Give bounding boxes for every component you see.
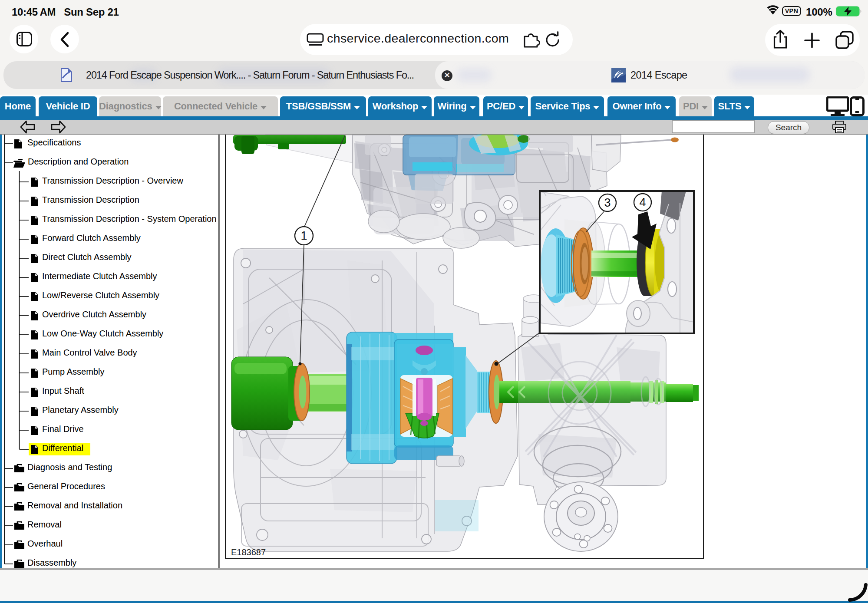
svg-text:1: 1	[300, 229, 307, 242]
svg-text:3: 3	[604, 196, 611, 209]
svg-text:E183687: E183687	[231, 547, 266, 557]
svg-text:4: 4	[639, 196, 646, 209]
